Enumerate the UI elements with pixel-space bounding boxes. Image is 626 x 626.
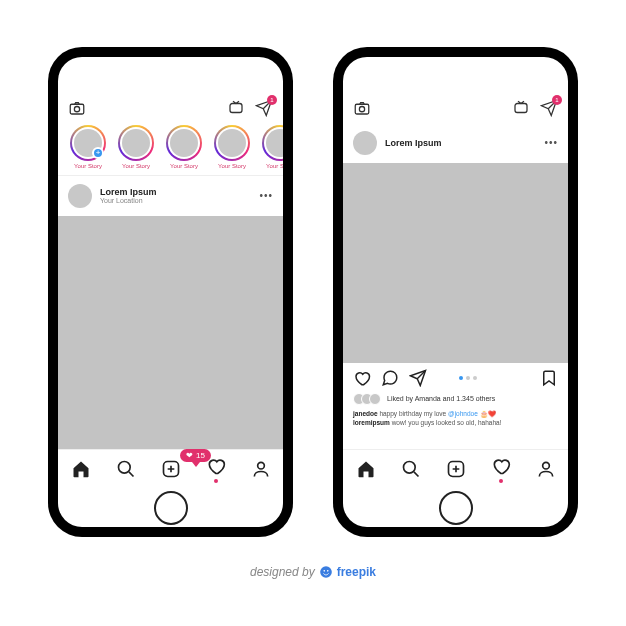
story-item[interactable]: Your Story xyxy=(116,125,156,169)
tv-icon[interactable] xyxy=(227,99,245,117)
svg-point-5 xyxy=(257,462,264,469)
notification-dot xyxy=(214,479,218,483)
comment-emoji: 🎂❤️ xyxy=(480,410,496,417)
dm-badge: 1 xyxy=(552,95,562,105)
svg-point-13 xyxy=(323,570,325,572)
heart-icon[interactable] xyxy=(491,456,511,476)
post-actions xyxy=(343,363,568,389)
search-icon[interactable] xyxy=(116,459,136,479)
add-post-icon[interactable] xyxy=(161,459,181,479)
story-label: Your Story xyxy=(122,163,150,169)
post-image[interactable] xyxy=(343,163,568,363)
send-icon[interactable]: 1 xyxy=(255,99,273,117)
post-user[interactable]: Lorem Ipsum xyxy=(385,138,442,148)
story-label: Your Story xyxy=(266,163,283,169)
post-image[interactable] xyxy=(58,216,283,449)
credit: designed by freepik xyxy=(250,565,376,580)
home-button[interactable] xyxy=(439,491,473,525)
likes-text: Liked by Amanda and 1.345 others xyxy=(387,395,495,402)
home-button[interactable] xyxy=(154,491,188,525)
camera-icon[interactable] xyxy=(353,99,371,117)
bookmark-icon[interactable] xyxy=(540,369,558,387)
svg-point-1 xyxy=(74,106,79,111)
svg-point-9 xyxy=(403,462,415,474)
story-label: Your Story xyxy=(170,163,198,169)
mention[interactable]: @johndoe xyxy=(448,410,478,417)
svg-rect-0 xyxy=(70,104,84,114)
comment-icon[interactable] xyxy=(381,369,399,387)
avatar[interactable] xyxy=(353,131,377,155)
notification-dot xyxy=(499,479,503,483)
send-icon[interactable]: 1 xyxy=(540,99,558,117)
story-label: Your Story xyxy=(218,163,246,169)
plus-icon: + xyxy=(92,147,104,159)
topbar: 1 xyxy=(343,95,568,123)
phone-left: 1 + Your Story Your Story Your Story You… xyxy=(48,47,293,537)
credit-brand: freepik xyxy=(337,565,376,579)
avatar xyxy=(369,393,381,405)
bottom-nav xyxy=(58,449,283,489)
home-icon[interactable] xyxy=(71,459,91,479)
comments: janedoe happy birthday my love @johndoe … xyxy=(343,407,568,433)
svg-point-11 xyxy=(542,462,549,469)
comment[interactable]: janedoe happy birthday my love @johndoe … xyxy=(353,409,558,418)
svg-point-7 xyxy=(359,106,364,111)
freepik-logo-icon xyxy=(319,565,333,580)
avatar[interactable] xyxy=(68,184,92,208)
post-user[interactable]: Lorem Ipsum xyxy=(100,187,157,197)
comment-text: happy birthday my love xyxy=(379,410,448,417)
like-bubble: ❤ 15 xyxy=(180,449,211,467)
post-location[interactable]: Your Location xyxy=(100,197,157,204)
heart-icon[interactable] xyxy=(353,369,371,387)
comment-user: janedoe xyxy=(353,410,378,417)
profile-icon[interactable] xyxy=(251,459,271,479)
tv-icon[interactable] xyxy=(512,99,530,117)
svg-point-3 xyxy=(118,462,130,474)
share-icon[interactable] xyxy=(409,369,427,387)
likes-row[interactable]: Liked by Amanda and 1.345 others xyxy=(343,389,568,407)
like-count: 15 xyxy=(196,451,205,460)
more-icon[interactable]: ••• xyxy=(259,190,273,201)
story-item[interactable]: Your Story xyxy=(260,125,283,169)
heart-icon: ❤ xyxy=(186,451,193,460)
svg-rect-8 xyxy=(515,103,527,112)
carousel-dots[interactable] xyxy=(459,376,477,380)
post-header: Lorem Ipsum Your Location ••• xyxy=(58,176,283,216)
comment-text: wow! you guys looked so old, hahaha! xyxy=(392,419,502,426)
stories-row: + Your Story Your Story Your Story Your … xyxy=(58,123,283,176)
profile-icon[interactable] xyxy=(536,459,556,479)
search-icon[interactable] xyxy=(401,459,421,479)
home-icon[interactable] xyxy=(356,459,376,479)
dm-badge: 1 xyxy=(267,95,277,105)
topbar: 1 xyxy=(58,95,283,123)
camera-icon[interactable] xyxy=(68,99,86,117)
svg-point-14 xyxy=(327,570,329,572)
post-header: Lorem Ipsum ••• xyxy=(343,123,568,163)
story-label: Your Story xyxy=(74,163,102,169)
story-item[interactable]: Your Story xyxy=(212,125,252,169)
story-item[interactable]: + Your Story xyxy=(68,125,108,169)
more-icon[interactable]: ••• xyxy=(544,137,558,148)
svg-point-12 xyxy=(320,567,332,579)
add-post-icon[interactable] xyxy=(446,459,466,479)
comment-user: loremipsum xyxy=(353,419,390,426)
comment[interactable]: loremipsum wow! you guys looked so old, … xyxy=(353,418,558,427)
bottom-nav xyxy=(343,449,568,489)
svg-rect-2 xyxy=(230,103,242,112)
story-item[interactable]: Your Story xyxy=(164,125,204,169)
svg-rect-6 xyxy=(355,104,369,114)
phone-right: 1 Lorem Ipsum ••• xyxy=(333,47,578,537)
credit-prefix: designed by xyxy=(250,565,315,579)
